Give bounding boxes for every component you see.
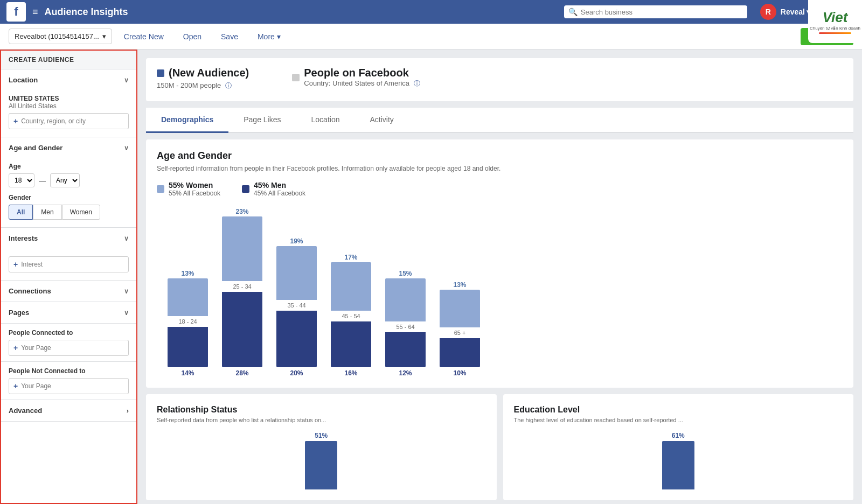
age-gender-card: Age and Gender Self-reported information…	[146, 139, 853, 388]
education-sub: The highest level of education reached b…	[514, 417, 843, 423]
more-chevron: ▾	[277, 32, 281, 41]
location-header[interactable]: Location ∨	[1, 69, 136, 90]
connections-label: Connections	[9, 287, 51, 295]
audience-color-box	[157, 69, 164, 77]
age-gender-label: Age and Gender	[9, 144, 62, 152]
age-to-select[interactable]: Any243444546465+	[50, 173, 80, 187]
legend-men: 45% Men 45% All Facebook	[242, 181, 305, 197]
more-button[interactable]: More ▾	[250, 29, 288, 44]
tab-page-likes[interactable]: Page Likes	[228, 108, 296, 133]
open-button[interactable]: Open	[176, 29, 209, 44]
connections-header[interactable]: Connections ∨	[1, 281, 136, 302]
audience-title-row: (New Audience)	[157, 67, 249, 79]
audience-count: 150M - 200M people ⓘ	[157, 81, 249, 90]
age-col: 17%45 - 5416%	[325, 254, 377, 377]
age-dash: —	[39, 177, 46, 185]
people-facebook: People on Facebook Country: United State…	[292, 67, 420, 88]
tabs-bar: Demographics Page Likes Location Activit…	[146, 108, 853, 133]
age-gender-body: Age 182125 — Any243444546465+ Gender All…	[1, 158, 136, 227]
location-label: Location	[9, 76, 38, 84]
dropdown-chevron: ▾	[102, 32, 106, 40]
interests-header[interactable]: Interests ∨	[1, 228, 136, 249]
age-gender-header[interactable]: Age and Gender ∨	[1, 137, 136, 158]
age-label: Age	[9, 163, 129, 170]
tab-activity[interactable]: Activity	[354, 108, 408, 133]
education-title: Education Level	[514, 405, 843, 415]
location-plus-icon: +	[13, 117, 18, 125]
age-col: 23%25 - 3428%	[217, 208, 268, 377]
reveal-badge: R	[760, 4, 776, 20]
legend-women-pct: 55% Women	[169, 181, 220, 190]
connections-section: Connections ∨	[1, 281, 136, 302]
people-not-connected-label: People Not Connected to	[9, 367, 129, 375]
people-not-connected-body: People Not Connected to +	[1, 362, 136, 400]
interest-plus-icon: +	[13, 260, 18, 269]
interests-label: Interests	[9, 234, 38, 242]
legend-women: 55% Women 55% All Facebook	[157, 181, 220, 197]
age-gender-card-sub: Self-reported information from people in…	[157, 165, 843, 172]
hamburger-icon[interactable]: ≡	[32, 6, 38, 18]
location-body: UNITED STATES All United States +	[1, 90, 136, 137]
legend-men-sub: 45% All Facebook	[254, 190, 305, 197]
reveal-label[interactable]: Reveal ▾	[781, 8, 810, 16]
toolbar: Revealbot (10154514157... ▾ Create New O…	[0, 24, 862, 50]
tab-location[interactable]: Location	[296, 108, 355, 133]
people-connected-label: People Connected to	[9, 329, 129, 337]
facebook-logo: f	[6, 2, 26, 22]
age-col: 15%55 - 6412%	[380, 270, 431, 377]
advanced-section[interactable]: Advanced ›	[1, 400, 136, 422]
audience-info-icon[interactable]: ⓘ	[225, 82, 232, 89]
interests-chevron: ∨	[124, 235, 129, 242]
audience-left: (New Audience) 150M - 200M people ⓘ	[157, 67, 249, 93]
people-fb-info-icon[interactable]: ⓘ	[414, 80, 420, 87]
location-chevron: ∨	[124, 76, 129, 84]
account-dropdown[interactable]: Revealbot (10154514157... ▾	[9, 29, 112, 44]
advanced-label: Advanced	[9, 407, 42, 415]
main-content: (New Audience) 150M - 200M people ⓘ Peop…	[137, 50, 862, 504]
people-connected-section: People Connected to +	[1, 324, 136, 362]
pages-header[interactable]: Pages ∨	[1, 302, 136, 323]
age-row: 182125 — Any243444546465+	[9, 173, 129, 187]
search-bar: 🔍	[564, 5, 747, 18]
relationship-status-sub: Self-reported data from people who list …	[157, 417, 486, 423]
legend-women-text: 55% Women 55% All Facebook	[169, 181, 220, 197]
age-col: 13%65 +10%	[434, 281, 485, 377]
people-connected-input-field: +	[9, 340, 129, 356]
interests-input[interactable]	[21, 261, 124, 268]
account-label: Revealbot (10154514157...	[15, 32, 99, 40]
gender-all-button[interactable]: All	[9, 205, 33, 220]
search-input[interactable]	[581, 8, 743, 16]
legend-women-sub: 55% All Facebook	[169, 190, 220, 197]
location-country: UNITED STATES	[9, 95, 129, 102]
gender-women-button[interactable]: Women	[62, 205, 100, 220]
age-bar-chart: 13%18 - 2414%23%25 - 3428%19%35 - 4420%1…	[157, 208, 843, 377]
age-from-select[interactable]: 182125	[9, 173, 34, 187]
tab-demographics[interactable]: Demographics	[146, 108, 228, 133]
search-icon: 🔍	[568, 8, 578, 16]
legend-women-box	[157, 185, 164, 193]
pages-section: Pages ∨	[1, 302, 136, 324]
interests-input-field: +	[9, 256, 129, 272]
age-gender-section: Age and Gender ∨ Age 182125 — Any2434445…	[1, 137, 136, 228]
location-section: Location ∨ UNITED STATES All United Stat…	[1, 69, 136, 137]
education-level-card: Education Level The highest level of edu…	[503, 394, 854, 500]
main-layout: CREATE AUDIENCE Location ∨ UNITED STATES…	[0, 50, 862, 504]
bottom-cards-row: Relationship Status Self-reported data f…	[146, 394, 853, 500]
interests-body: +	[1, 249, 136, 280]
people-connected-input[interactable]	[21, 344, 124, 352]
location-input[interactable]	[21, 117, 124, 125]
legend-row: 55% Women 55% All Facebook 45% Men 45% A…	[157, 181, 843, 197]
gender-label: Gender	[9, 194, 129, 201]
people-fb-info: People on Facebook Country: United State…	[304, 67, 420, 88]
create-new-button[interactable]: Create New	[116, 29, 171, 44]
people-connected-plus-icon: +	[13, 344, 18, 352]
save-button[interactable]: Save	[213, 29, 246, 44]
top-nav: f ≡ Audience Insights 🔍 R Reveal ▾ 🔔 ⚙ ?…	[0, 0, 862, 24]
pages-chevron: ∨	[124, 309, 129, 317]
legend-men-box	[242, 185, 249, 193]
app-title: Audience Insights	[45, 6, 128, 18]
people-fb-title: People on Facebook	[304, 67, 420, 79]
people-fb-box	[292, 74, 300, 81]
gender-men-button[interactable]: Men	[33, 205, 61, 220]
people-not-connected-input[interactable]	[21, 382, 124, 390]
